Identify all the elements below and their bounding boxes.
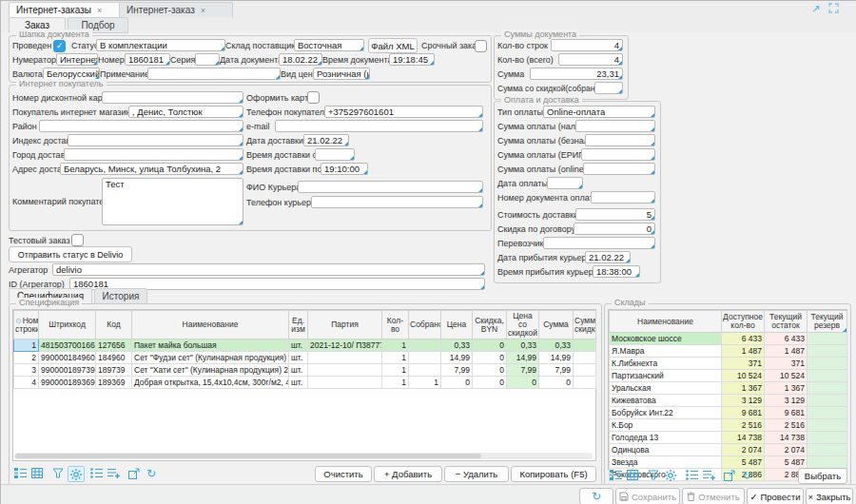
column-header-collected[interactable]: Собрано <box>409 311 441 339</box>
cell-discount_sum[interactable] <box>574 339 596 352</box>
cell-available[interactable]: 5 487 <box>722 456 765 469</box>
table-row[interactable]: Я.Мавра1 4871 487 <box>610 345 847 358</box>
close-icon[interactable]: × <box>201 6 205 15</box>
payment-online-field[interactable] <box>583 163 655 175</box>
cell-name[interactable]: К.Бор <box>610 419 722 432</box>
cell-price[interactable]: 0,33 <box>441 339 473 352</box>
total-qty-field[interactable]: 4 <box>558 53 623 66</box>
cell-reserve[interactable] <box>807 456 847 469</box>
column-header-name[interactable]: Наименование <box>132 311 289 339</box>
cell-discount_sum[interactable] <box>574 377 596 389</box>
cell-available[interactable]: 1 487 <box>722 345 765 358</box>
table-row[interactable]: Голодеда 1314 73814 738 <box>610 432 847 444</box>
column-header-available-qty[interactable]: Доступное кол-во <box>722 311 765 333</box>
open-external-icon[interactable] <box>126 466 142 480</box>
cell-price_disc[interactable]: 7,99 <box>507 364 539 377</box>
cell-balance[interactable]: 1 487 <box>765 345 807 358</box>
cell-batch[interactable] <box>308 352 382 364</box>
district-field[interactable] <box>39 120 243 132</box>
payment-erip-field[interactable] <box>581 148 655 161</box>
delivery-cost-field[interactable]: 5 <box>575 208 655 221</box>
cell-qty[interactable]: 1 <box>382 377 409 389</box>
numbered-list-icon[interactable] <box>684 468 699 482</box>
column-header-line-number[interactable]: ⊙Номер строки <box>14 311 39 339</box>
test-order-checkbox[interactable] <box>71 234 84 246</box>
column-header-discount-sum[interactable]: Сумма скидки <box>574 311 596 339</box>
column-header-warehouse-name[interactable]: Наименование <box>610 311 722 333</box>
cell-sum[interactable]: 0,33 <box>539 339 574 352</box>
select-warehouse-button[interactable]: Выбрать <box>798 468 847 484</box>
settings-gear-icon[interactable] <box>663 468 678 482</box>
tab-internet-orders[interactable]: Интернет-заказы× <box>9 2 128 17</box>
payment-type-field[interactable]: Online-оплата <box>543 106 655 118</box>
cell-code[interactable]: 127656 <box>96 339 132 352</box>
aggregator-field[interactable]: delivio <box>52 263 485 276</box>
cell-price[interactable]: 7,99 <box>441 364 473 377</box>
cell-balance[interactable]: 10 524 <box>765 370 807 382</box>
cell-balance[interactable]: 1 367 <box>765 382 807 395</box>
horizontal-scrollbar[interactable] <box>14 453 593 459</box>
column-header-qty[interactable]: Кол-во <box>382 311 409 339</box>
table-row[interactable]: 49900001893698189369Добрая открытка, 15,… <box>14 377 596 389</box>
cell-balance[interactable]: 371 <box>765 358 807 370</box>
discount-card-field[interactable] <box>102 91 243 104</box>
cell-collected[interactable] <box>409 364 441 377</box>
cell-reserve[interactable] <box>807 432 847 444</box>
table-row[interactable]: Одинцова2 0742 074 <box>610 444 847 456</box>
column-header-current-balance[interactable]: Текущий остаток <box>765 311 807 333</box>
tab-history[interactable]: История <box>94 288 147 304</box>
table-row[interactable]: К.Либкнехта371371 <box>610 358 847 370</box>
cell-balance[interactable]: 3 129 <box>765 395 807 407</box>
cell-num[interactable]: 2 <box>14 352 39 364</box>
cell-reserve[interactable] <box>807 370 847 382</box>
cell-barcode[interactable]: 9900001849602 <box>39 352 96 364</box>
courier-name-field[interactable] <box>298 181 483 193</box>
cell-balance[interactable]: 5 487 <box>765 456 807 469</box>
price-type-field[interactable]: Розничная (и <box>313 68 370 80</box>
cell-available[interactable]: 14 738 <box>722 432 765 444</box>
cell-available[interactable]: 9 681 <box>722 407 765 419</box>
post-button[interactable]: ✓ Провести <box>747 488 804 504</box>
courier-phone-field[interactable] <box>311 196 483 208</box>
customer-field[interactable]: , Денис, Толстюк <box>128 106 243 118</box>
column-header-discount[interactable]: Скидка, BYN <box>473 311 507 339</box>
cell-collected[interactable] <box>409 339 441 352</box>
cell-num[interactable]: 1 <box>14 339 39 352</box>
cell-available[interactable]: 6 433 <box>722 333 765 345</box>
cell-name[interactable]: Сет "Хати сет" (Кулинарная продукция) 25… <box>132 364 289 377</box>
table-row[interactable]: Кижеватова3 1293 129 <box>610 395 847 407</box>
table-row[interactable]: Бобруйск Инт.229 6819 681 <box>610 407 847 419</box>
column-header-unit[interactable]: Ед. изм <box>289 311 308 339</box>
view-list-icon[interactable] <box>12 466 28 480</box>
cell-price[interactable]: 0 <box>441 377 473 389</box>
cell-barcode[interactable]: 9900001893698 <box>39 377 96 389</box>
cell-available[interactable]: 371 <box>722 358 765 370</box>
number-field[interactable]: 1860181 <box>125 53 170 66</box>
cell-batch[interactable] <box>308 377 382 389</box>
file-xml-button[interactable]: Файл XML <box>368 38 418 53</box>
tab-internet-order[interactable]: Интернет-заказ× <box>119 2 233 17</box>
cell-unit[interactable]: шт. <box>289 364 308 377</box>
cell-available[interactable]: 2 074 <box>722 444 765 456</box>
cell-discount_sum[interactable] <box>574 364 596 377</box>
cell-reserve[interactable] <box>807 382 847 395</box>
copy-button[interactable]: Копировать (F5) <box>511 466 596 482</box>
cell-available[interactable]: 1 367 <box>722 382 765 395</box>
posted-checkbox[interactable] <box>53 40 66 52</box>
table-row[interactable]: Московское шоссе6 4336 433 <box>610 333 847 345</box>
table-row[interactable]: К.Бор2 5162 516 <box>610 419 847 432</box>
clear-button[interactable]: Очистить <box>315 466 372 482</box>
cell-qty[interactable]: 1 <box>382 352 409 364</box>
cell-name[interactable]: Добрая открытка, 15,4x10,4см, 300г/м2, 4… <box>132 377 289 389</box>
column-header-price[interactable]: Цена <box>441 311 473 339</box>
series-field[interactable] <box>195 53 220 66</box>
cell-code[interactable]: 184960 <box>96 352 132 364</box>
cell-discount[interactable]: 0 <box>473 364 507 377</box>
cell-name[interactable]: Уральская <box>610 382 722 395</box>
cell-batch[interactable] <box>308 364 382 377</box>
cell-balance[interactable]: 2 074 <box>765 444 807 456</box>
cell-collected[interactable]: 1 <box>409 377 441 389</box>
column-header-current-reserve[interactable]: Текущий резерв <box>807 311 847 333</box>
cell-discount[interactable]: 0 <box>473 339 507 352</box>
reload-icon[interactable]: ↻ <box>739 468 754 482</box>
